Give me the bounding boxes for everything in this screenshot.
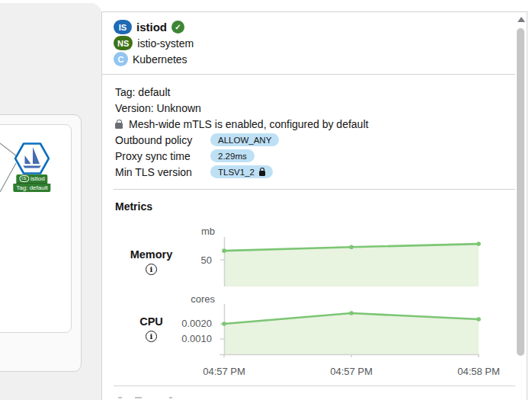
min-tls-value: TLSV1_2 bbox=[218, 168, 255, 177]
divider-title bbox=[102, 74, 517, 75]
metrics-heading: Metrics bbox=[115, 200, 152, 213]
proxy-sync-row: Proxy sync time 2.29ms bbox=[115, 148, 368, 164]
config-block: Tag: default Version: Unknown Mesh-wide … bbox=[115, 84, 368, 180]
title-row-namespace: NS istio-system bbox=[114, 35, 194, 51]
min-tls-label: Min TLS version bbox=[115, 166, 210, 178]
mtls-row: Mesh-wide mTLS is enabled, configured by… bbox=[115, 116, 368, 132]
panel-title-block: IS istiod ✓ NS istio-system C Kubernetes bbox=[114, 19, 194, 67]
cpu-ytick-0010: 0.0010 bbox=[143, 333, 212, 344]
tag-text: Tag: default bbox=[115, 86, 170, 98]
memory-sparkline-chart bbox=[220, 237, 483, 290]
node-tag: Tag: default bbox=[16, 184, 47, 192]
proxy-sync-value: 2.29ms bbox=[218, 152, 247, 161]
title-row-cluster: C Kubernetes bbox=[114, 51, 194, 67]
node-name: istiod bbox=[30, 174, 45, 183]
scrollbar-up-arrow-icon[interactable] bbox=[518, 17, 525, 22]
istio-kind-badge: IS bbox=[114, 20, 132, 34]
mesh-graph-canvas[interactable]: IS istiod Tag: default bbox=[0, 0, 101, 400]
outbound-policy-row: Outbound policy ALLOW_ANY bbox=[115, 132, 368, 148]
min-tls-row: Min TLS version TLSV1_2 bbox=[115, 164, 368, 180]
tls-lock-icon bbox=[259, 171, 265, 176]
title-row-istiod: IS istiod ✓ bbox=[114, 19, 194, 35]
proxy-sync-pill: 2.29ms bbox=[210, 149, 255, 162]
mtls-text: Mesh-wide mTLS is enabled, configured by… bbox=[129, 118, 368, 130]
health-check-icon: ✓ bbox=[171, 21, 184, 34]
page-title: istiod bbox=[136, 21, 167, 34]
istiod-detail-panel: IS istiod ✓ NS istio-system C Kubernetes… bbox=[101, 11, 527, 400]
namespace-name: istio-system bbox=[137, 37, 194, 50]
scrollbar-thumb[interactable] bbox=[517, 28, 524, 356]
xaxis-tick-1: 04:57 PM bbox=[190, 366, 258, 377]
version-text: Version: Unknown bbox=[115, 102, 201, 114]
cluster-name: Kubernetes bbox=[133, 53, 187, 66]
cpu-sparkline-chart bbox=[220, 304, 483, 362]
divider-config bbox=[114, 189, 517, 190]
istiod-node-hexagon[interactable] bbox=[14, 142, 50, 174]
memory-ytick-50: 50 bbox=[143, 254, 212, 266]
node-kind-badge: IS bbox=[19, 175, 29, 182]
outbound-policy-value: ALLOW_ANY bbox=[218, 136, 271, 145]
panel-scrollbar[interactable] bbox=[515, 12, 527, 400]
istiod-node-label[interactable]: IS istiod Tag: default bbox=[13, 174, 50, 192]
cpu-unit-label: cores bbox=[178, 293, 218, 305]
tag-row: Tag: default bbox=[115, 84, 368, 100]
namespace-badge: NS bbox=[114, 36, 133, 50]
memory-unit-label: mb bbox=[178, 226, 218, 237]
graph-edges bbox=[0, 0, 101, 400]
cpu-ytick-0020: 0.0020 bbox=[143, 318, 212, 329]
min-tls-pill: TLSV1_2 bbox=[210, 165, 273, 178]
xaxis-tick-3: 04:58 PM bbox=[444, 366, 513, 377]
outbound-policy-label: Outbound policy bbox=[115, 134, 210, 146]
clipped-next-section-text bbox=[115, 397, 344, 400]
kiali-screen: IS istiod Tag: default IS istiod ✓ NS is… bbox=[0, 0, 532, 400]
divider-metrics bbox=[114, 386, 517, 386]
xaxis-tick-2: 04:57 PM bbox=[317, 366, 386, 377]
cluster-badge: C bbox=[114, 52, 128, 66]
mtls-lock-icon bbox=[115, 123, 123, 129]
proxy-sync-label: Proxy sync time bbox=[115, 150, 210, 162]
outbound-policy-pill: ALLOW_ANY bbox=[210, 133, 279, 146]
version-row: Version: Unknown bbox=[115, 100, 368, 116]
